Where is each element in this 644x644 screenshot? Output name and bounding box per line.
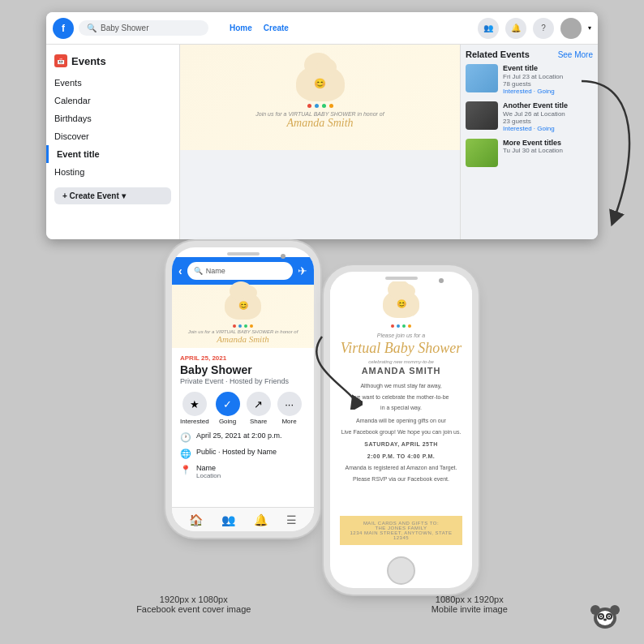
notification-icon[interactable]: 🔔	[505, 18, 526, 39]
sidebar-item-calendar[interactable]: Calendar	[46, 92, 179, 109]
create-event-button[interactable]: + Create Event ▾	[54, 187, 171, 204]
phone-dot-1	[233, 324, 236, 328]
avatar[interactable]	[560, 18, 582, 39]
phone-bottom-nav: 🏠 👥 🔔 ☰	[172, 507, 314, 531]
event-info-3: More Event titles Tu Jul 30 at Location	[503, 139, 593, 155]
fb-nav-links: Home Create	[230, 24, 289, 32]
sidebar-item-event-title[interactable]: Event title	[46, 145, 179, 163]
invite-body-2: we want to celebrate the mother-to-be	[354, 393, 449, 401]
sidebar-item-hosting[interactable]: Hosting	[46, 163, 179, 181]
invite-footer: MAIL CARDS AND GIFTS TO: THE JONES FAMIL…	[340, 516, 462, 545]
svg-point-6	[600, 616, 602, 617]
right-desc: Mobile invite image	[431, 604, 508, 614]
help-icon[interactable]: ?	[533, 18, 554, 39]
more-button[interactable]: ··· More	[277, 392, 302, 425]
phone-dot-2	[238, 324, 242, 328]
people-icon[interactable]: 👥	[478, 18, 499, 39]
event-name-3: More Event titles	[503, 139, 593, 148]
panda-svg	[583, 600, 628, 633]
invite-dot-4	[408, 324, 411, 328]
right-label: 1080px x 1920px Mobile invite image	[431, 595, 508, 614]
phone-camera	[281, 254, 286, 259]
sidebar-item-events[interactable]: Events	[46, 74, 179, 92]
event-guests-2: 23 guests	[503, 118, 593, 125]
phone-event-banner: 😊 Join us for a VIRTUAL BABY SHOWER in h…	[172, 285, 314, 348]
left-size: 1920px x 1080px	[136, 595, 251, 604]
phone-cloud-face: 😊	[238, 301, 248, 310]
nav-home-icon[interactable]: 🏠	[189, 513, 203, 526]
interested-label: Interested	[180, 418, 209, 425]
phone-dot-4	[250, 324, 253, 328]
desktop-mockup-area: f 🔍 Baby Shower Home Create 👥 🔔 ? ▾	[46, 8, 598, 239]
svg-point-9	[590, 605, 600, 615]
invite-cloud: 😊	[383, 290, 419, 318]
dot-orange	[329, 104, 333, 108]
facebook-navbar: f 🔍 Baby Shower Home Create 👥 🔔 ? ▾	[46, 12, 598, 45]
see-more-link[interactable]: See More	[558, 50, 593, 59]
phone-event-title: Baby Shower	[180, 363, 306, 376]
phone-cloud-body: 😊	[225, 291, 261, 320]
invite-body-1: Although we must stay far away,	[360, 382, 441, 390]
fb-search-bar[interactable]: 🔍 Baby Shower	[79, 20, 208, 36]
fb-main-area: 😊 Join us for a VIRTUAL BABY SHOWER in h…	[180, 45, 460, 239]
fb-nav-icons: 👥 🔔 ? ▾	[478, 18, 591, 39]
dot-blue	[315, 104, 319, 108]
related-event-1[interactable]: Event title Fri Jul 23 at Location 78 gu…	[466, 64, 593, 95]
banner-invite-text: Join us for a VIRTUAL BABY SHOWER in hon…	[255, 111, 384, 117]
invite-dot-1	[391, 324, 394, 328]
event-status-2: Interested · Going	[503, 125, 593, 132]
nav-create[interactable]: Create	[264, 24, 289, 32]
cloud-face: 😊	[314, 78, 326, 89]
sidebar-item-birthdays[interactable]: Birthdays	[46, 109, 179, 127]
event-date-2: We Jul 26 at Location	[503, 110, 593, 118]
interested-icon: ★	[182, 392, 207, 416]
going-button[interactable]: ✓ Going	[216, 392, 240, 425]
phone-screen: ‹ 🔍 Name ✈ 😊	[172, 257, 314, 531]
related-event-2[interactable]: Another Event title We Jul 26 at Locatio…	[466, 101, 593, 132]
search-icon: 🔍	[194, 267, 203, 275]
share-icon: ↗	[247, 392, 271, 416]
event-guests-1: 78 guests	[503, 80, 593, 88]
invite-date-1: SATURDAY, APRIL 25TH	[364, 441, 438, 447]
phone2-home-button[interactable]	[387, 556, 415, 585]
phones-container: ‹ 🔍 Name ✈ 😊	[172, 247, 472, 588]
globe-icon: 🌐	[180, 449, 191, 459]
search-icon: 🔍	[87, 24, 97, 32]
nav-menu-icon[interactable]: ☰	[286, 513, 297, 526]
related-events-header: Related Events See More	[466, 49, 593, 59]
page-wrapper: f 🔍 Baby Shower Home Create 👥 🔔 ? ▾	[0, 0, 644, 644]
phone-dot-3	[244, 324, 247, 328]
invite-cloud-face: 😊	[397, 299, 406, 308]
nav-people-icon[interactable]: 👥	[221, 513, 235, 526]
event-date-1: Fri Jul 23 at Location	[503, 73, 593, 80]
phone-event-subtitle: Private Event · Hosted by Friends	[180, 377, 306, 385]
panda-logo	[583, 600, 624, 633]
phone-to-invite-arrow	[314, 328, 363, 410]
messenger-icon[interactable]: ✈	[298, 264, 307, 277]
phone-name-text: Amanda Smith	[217, 334, 268, 344]
phone-actions: ★ Interested ✓ Going ↗ Share ···	[180, 392, 306, 425]
invite-footer-3: 1234 MAIN STREET, ANYTOWN, STATE 12345	[348, 530, 454, 540]
invite-date-2: 2:00 P.M. TO 4:00 P.M.	[367, 453, 435, 459]
phone-2-mockup: 😊 Please join us for a Virtual Baby Show…	[330, 272, 472, 588]
meta-privacy: 🌐 Public · Hosted by Name	[180, 448, 306, 459]
fb-related-events: Related Events See More Event title Fri …	[460, 45, 598, 239]
phone2-speaker	[385, 277, 418, 280]
nav-home[interactable]: Home	[230, 24, 252, 32]
more-label: More	[281, 418, 296, 425]
interested-button[interactable]: ★ Interested	[180, 392, 209, 425]
fb-content: 📅 Events Events Calendar Birthdays Disco…	[46, 45, 598, 239]
invite-subtitle: celebrating new mommy-to-be	[368, 359, 434, 364]
phone-search-bar[interactable]: 🔍 Name	[187, 262, 293, 280]
going-label: Going	[219, 418, 236, 425]
right-size: 1080px x 1920px	[431, 595, 508, 604]
more-icon: ···	[277, 392, 302, 416]
nav-bell-icon[interactable]: 🔔	[254, 513, 268, 526]
share-button[interactable]: ↗ Share	[247, 392, 271, 425]
share-label: Share	[250, 418, 267, 425]
back-button[interactable]: ‹	[178, 264, 182, 277]
related-event-3[interactable]: More Event titles Tu Jul 30 at Location	[466, 139, 593, 167]
profile-chevron[interactable]: ▾	[588, 24, 591, 32]
sidebar-item-discover[interactable]: Discover	[46, 127, 179, 145]
sidebar-header: 📅 Events	[46, 51, 179, 74]
